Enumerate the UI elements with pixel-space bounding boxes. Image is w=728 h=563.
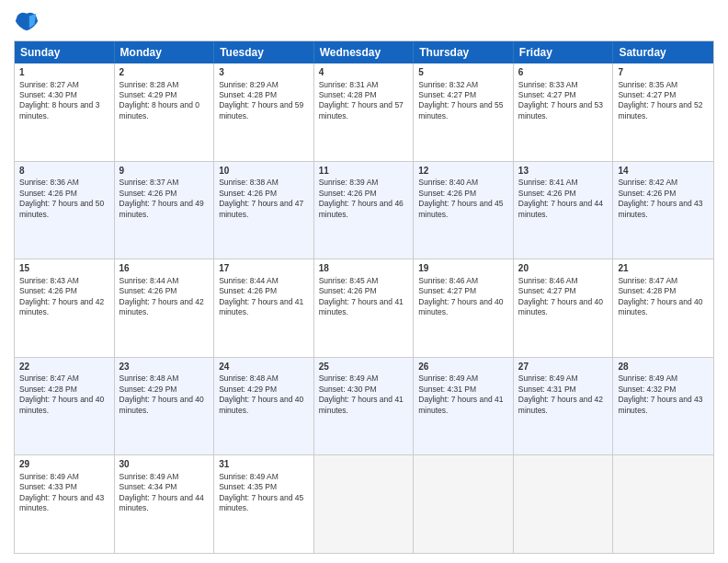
sunset-text: Sunset: 4:29 PM xyxy=(219,385,277,394)
daylight-text: Daylight: 7 hours and 45 minutes. xyxy=(219,493,303,512)
calendar-cell: 5 Sunrise: 8:32 AM Sunset: 4:27 PM Dayli… xyxy=(414,63,514,161)
daylight-text: Daylight: 7 hours and 40 minutes. xyxy=(19,395,104,414)
day-number: 20 xyxy=(518,262,609,275)
header-day: Wednesday xyxy=(314,41,415,63)
sunset-text: Sunset: 4:28 PM xyxy=(219,90,277,99)
sunset-text: Sunset: 4:34 PM xyxy=(119,482,177,491)
calendar-cell-empty xyxy=(314,455,415,553)
calendar-cell: 17 Sunrise: 8:44 AM Sunset: 4:26 PM Dayl… xyxy=(214,259,314,357)
sunrise-text: Sunrise: 8:40 AM xyxy=(418,178,478,187)
logo-icon xyxy=(14,9,40,35)
daylight-text: Daylight: 7 hours and 41 minutes. xyxy=(418,395,503,414)
sunrise-text: Sunrise: 8:31 AM xyxy=(319,80,379,89)
sunrise-text: Sunrise: 8:27 AM xyxy=(19,80,79,89)
day-number: 1 xyxy=(19,66,109,79)
sunset-text: Sunset: 4:26 PM xyxy=(319,286,377,295)
calendar: SundayMondayTuesdayWednesdayThursdayFrid… xyxy=(14,40,714,554)
daylight-text: Daylight: 7 hours and 41 minutes. xyxy=(319,297,404,316)
sunset-text: Sunset: 4:29 PM xyxy=(119,90,177,99)
daylight-text: Daylight: 7 hours and 43 minutes. xyxy=(618,199,702,218)
daylight-text: Daylight: 7 hours and 43 minutes. xyxy=(19,493,104,512)
calendar-cell-empty xyxy=(514,455,614,553)
header-day: Sunday xyxy=(15,41,115,63)
sunset-text: Sunset: 4:28 PM xyxy=(618,286,676,295)
sunrise-text: Sunrise: 8:46 AM xyxy=(518,276,578,285)
sunset-text: Sunset: 4:35 PM xyxy=(219,482,277,491)
sunrise-text: Sunrise: 8:45 AM xyxy=(319,276,379,285)
calendar-cell-empty xyxy=(414,455,514,553)
day-number: 17 xyxy=(219,262,309,275)
calendar-cell: 28 Sunrise: 8:49 AM Sunset: 4:32 PM Dayl… xyxy=(613,358,713,455)
day-number: 4 xyxy=(319,66,409,79)
calendar-row: 8 Sunrise: 8:36 AM Sunset: 4:26 PM Dayli… xyxy=(15,161,713,259)
day-number: 23 xyxy=(119,361,210,373)
sunset-text: Sunset: 4:26 PM xyxy=(518,189,576,198)
calendar-row: 1 Sunrise: 8:27 AM Sunset: 4:30 PM Dayli… xyxy=(15,63,713,161)
day-number: 31 xyxy=(219,458,309,471)
sunset-text: Sunset: 4:26 PM xyxy=(219,189,277,198)
day-number: 15 xyxy=(19,262,109,275)
sunrise-text: Sunrise: 8:32 AM xyxy=(418,80,478,89)
day-number: 18 xyxy=(319,262,409,275)
calendar-cell: 20 Sunrise: 8:46 AM Sunset: 4:27 PM Dayl… xyxy=(514,259,614,357)
calendar-cell-empty xyxy=(613,455,713,553)
sunset-text: Sunset: 4:30 PM xyxy=(19,90,77,99)
sunset-text: Sunset: 4:27 PM xyxy=(418,90,476,99)
sunrise-text: Sunrise: 8:48 AM xyxy=(119,373,179,383)
daylight-text: Daylight: 7 hours and 46 minutes. xyxy=(319,199,404,218)
sunset-text: Sunset: 4:31 PM xyxy=(518,385,576,394)
calendar-cell: 1 Sunrise: 8:27 AM Sunset: 4:30 PM Dayli… xyxy=(15,63,115,161)
calendar-cell: 15 Sunrise: 8:43 AM Sunset: 4:26 PM Dayl… xyxy=(15,259,115,357)
calendar-cell: 10 Sunrise: 8:38 AM Sunset: 4:26 PM Dayl… xyxy=(214,162,314,259)
sunrise-text: Sunrise: 8:42 AM xyxy=(618,178,677,187)
day-number: 5 xyxy=(418,66,508,79)
day-number: 7 xyxy=(618,66,709,79)
sunset-text: Sunset: 4:26 PM xyxy=(19,189,77,198)
sunset-text: Sunset: 4:32 PM xyxy=(618,385,676,394)
daylight-text: Daylight: 7 hours and 55 minutes. xyxy=(418,100,503,120)
sunrise-text: Sunrise: 8:46 AM xyxy=(418,276,478,285)
calendar-cell: 16 Sunrise: 8:44 AM Sunset: 4:26 PM Dayl… xyxy=(115,259,215,357)
daylight-text: Daylight: 7 hours and 41 minutes. xyxy=(219,297,303,316)
sunrise-text: Sunrise: 8:48 AM xyxy=(219,373,279,383)
sunset-text: Sunset: 4:28 PM xyxy=(19,385,77,394)
daylight-text: Daylight: 7 hours and 40 minutes. xyxy=(518,297,603,316)
day-number: 6 xyxy=(518,66,609,79)
day-number: 9 xyxy=(119,165,210,178)
calendar-cell: 9 Sunrise: 8:37 AM Sunset: 4:26 PM Dayli… xyxy=(115,162,215,259)
daylight-text: Daylight: 7 hours and 44 minutes. xyxy=(119,493,204,512)
daylight-text: Daylight: 7 hours and 43 minutes. xyxy=(618,395,702,414)
daylight-text: Daylight: 7 hours and 57 minutes. xyxy=(319,100,404,120)
day-number: 26 xyxy=(418,361,508,373)
sunset-text: Sunset: 4:26 PM xyxy=(219,286,277,295)
sunrise-text: Sunrise: 8:36 AM xyxy=(19,178,79,187)
daylight-text: Daylight: 7 hours and 44 minutes. xyxy=(518,199,603,218)
sunset-text: Sunset: 4:26 PM xyxy=(418,189,476,198)
calendar-cell: 13 Sunrise: 8:41 AM Sunset: 4:26 PM Dayl… xyxy=(514,162,614,259)
calendar-cell: 24 Sunrise: 8:48 AM Sunset: 4:29 PM Dayl… xyxy=(214,358,314,455)
sunrise-text: Sunrise: 8:44 AM xyxy=(219,276,279,285)
calendar-cell: 29 Sunrise: 8:49 AM Sunset: 4:33 PM Dayl… xyxy=(15,455,115,553)
header-day: Thursday xyxy=(414,41,514,63)
sunset-text: Sunset: 4:29 PM xyxy=(119,385,177,394)
day-number: 13 xyxy=(518,165,609,178)
calendar-row: 29 Sunrise: 8:49 AM Sunset: 4:33 PM Dayl… xyxy=(15,454,713,553)
daylight-text: Daylight: 7 hours and 40 minutes. xyxy=(418,297,503,316)
sunrise-text: Sunrise: 8:41 AM xyxy=(518,178,578,187)
daylight-text: Daylight: 7 hours and 42 minutes. xyxy=(119,297,204,316)
daylight-text: Daylight: 7 hours and 59 minutes. xyxy=(219,100,303,120)
header-day: Saturday xyxy=(613,41,713,63)
daylight-text: Daylight: 7 hours and 40 minutes. xyxy=(618,297,702,316)
sunset-text: Sunset: 4:27 PM xyxy=(418,286,476,295)
sunrise-text: Sunrise: 8:44 AM xyxy=(119,276,179,285)
sunrise-text: Sunrise: 8:38 AM xyxy=(219,178,279,187)
sunset-text: Sunset: 4:26 PM xyxy=(19,286,77,295)
daylight-text: Daylight: 8 hours and 0 minutes. xyxy=(119,100,199,120)
page: SundayMondayTuesdayWednesdayThursdayFrid… xyxy=(0,0,728,563)
daylight-text: Daylight: 7 hours and 49 minutes. xyxy=(119,199,204,218)
calendar-cell: 4 Sunrise: 8:31 AM Sunset: 4:28 PM Dayli… xyxy=(314,63,415,161)
header-day: Monday xyxy=(115,41,215,63)
calendar-cell: 27 Sunrise: 8:49 AM Sunset: 4:31 PM Dayl… xyxy=(514,358,614,455)
calendar-cell: 7 Sunrise: 8:35 AM Sunset: 4:27 PM Dayli… xyxy=(613,63,713,161)
sunset-text: Sunset: 4:31 PM xyxy=(418,385,476,394)
